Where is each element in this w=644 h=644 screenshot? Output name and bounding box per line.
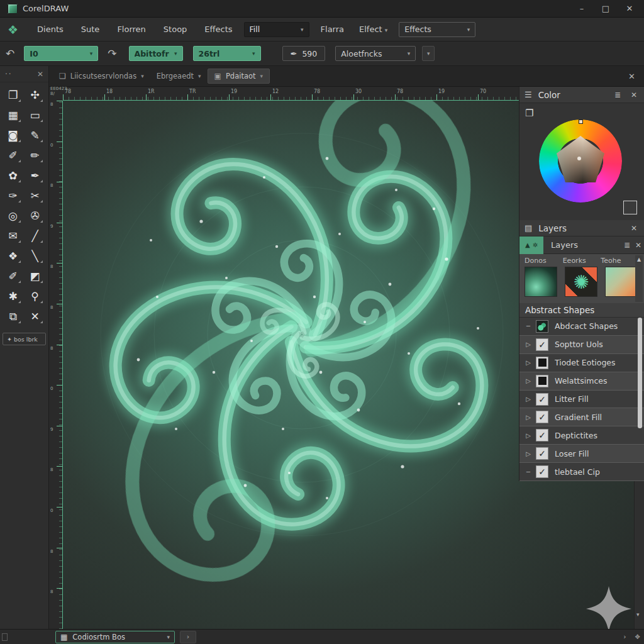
menu-item[interactable]: Stoop: [156, 21, 195, 37]
layer-expander-icon[interactable]: ▷: [523, 377, 533, 384]
presets-scrollbar[interactable]: ▲: [635, 255, 643, 302]
color-wheel-triangle[interactable]: [539, 119, 622, 203]
pen-tool[interactable]: ✎: [25, 125, 45, 145]
layer-visibility-checkbox[interactable]: ✓: [536, 338, 548, 351]
layer-row[interactable]: ▷ ✓ Gradient Fill: [519, 408, 644, 426]
shape-edit-tool[interactable]: ▦: [3, 105, 23, 125]
crop-tool[interactable]: ▭: [25, 105, 45, 125]
more-options-dropdown[interactable]: ▾: [422, 46, 435, 61]
layer-visibility-checkbox[interactable]: ✓: [536, 411, 548, 423]
scroll-up-icon[interactable]: ▲: [637, 257, 641, 302]
scroll-down-icon[interactable]: ▾: [636, 611, 640, 618]
artistic-media-tool[interactable]: ◙: [3, 125, 23, 145]
layer-row[interactable]: ▷ Welattsimces: [519, 372, 644, 391]
history-dropdown[interactable]: I0 ▾: [24, 46, 98, 61]
undo-icon[interactable]: ↶: [0, 47, 20, 60]
marker-tool[interactable]: ✑: [3, 186, 23, 206]
shapes-tool[interactable]: ❖: [3, 246, 23, 266]
toolbox-footer-button[interactable]: ✦ bos lbrk: [3, 333, 46, 345]
redo-icon[interactable]: ↷: [102, 47, 122, 60]
palette-tool[interactable]: ✿: [3, 165, 23, 186]
layer-list-scrollbar-thumb[interactable]: [638, 318, 642, 428]
menu-item[interactable]: Florren: [109, 21, 153, 37]
interactive-fill-tool[interactable]: ✱: [3, 286, 23, 306]
layer-expander-icon[interactable]: ▷: [523, 432, 533, 439]
close-button[interactable]: ✕: [619, 1, 640, 16]
layer-expander-icon[interactable]: −: [523, 323, 533, 330]
drag-handle-icon[interactable]: ··: [5, 70, 13, 79]
layers-dock-close-icon[interactable]: ✕: [633, 241, 644, 250]
toolbox-close-icon[interactable]: ✕: [37, 70, 43, 79]
knife-tool[interactable]: ✂: [25, 186, 45, 206]
vertical-ruler[interactable]: 8089888098088: [49, 101, 63, 629]
layer-visibility-checkbox[interactable]: [536, 357, 548, 369]
maximize-button[interactable]: □: [595, 1, 616, 16]
bezier-tool[interactable]: ✐: [3, 145, 23, 165]
pick-tool[interactable]: ❐: [3, 85, 23, 105]
presets-dropdown[interactable]: Aloetfncks ▾: [335, 46, 416, 61]
zoom-tool[interactable]: ⚲: [25, 286, 45, 306]
swatches-icon[interactable]: ❐: [525, 108, 533, 119]
table-tool[interactable]: ⧉: [3, 306, 23, 326]
minimize-button[interactable]: –: [571, 1, 592, 16]
stroke-width-field[interactable]: ✒ 590: [282, 46, 326, 61]
transform-tool[interactable]: ✣: [25, 85, 45, 105]
document-tab-1[interactable]: ❏ Liicsutsesrvlondas ▾: [53, 69, 150, 84]
color-panel-close-icon[interactable]: ✕: [629, 91, 639, 99]
preset-thumbnail-3[interactable]: [605, 267, 638, 297]
list-view-icon[interactable]: ≣: [613, 91, 623, 99]
scroll-right-icon[interactable]: ›: [623, 633, 626, 641]
layer-expander-icon[interactable]: ▷: [523, 396, 533, 402]
menu-icon[interactable]: ☰: [525, 90, 532, 99]
spray-tool[interactable]: ✇: [25, 206, 45, 226]
layer-expander-icon[interactable]: ▷: [523, 414, 533, 421]
layer-visibility-checkbox[interactable]: ✓: [536, 465, 548, 478]
line-tool[interactable]: ╱: [25, 226, 45, 246]
layer-expander-icon[interactable]: ▷: [523, 359, 533, 366]
layer-expander-icon[interactable]: ▷: [523, 450, 533, 457]
layer-row[interactable]: ▷ ✓ Sopttor Uols: [519, 336, 644, 354]
layer-visibility-checkbox[interactable]: [536, 320, 548, 333]
current-color-swatch[interactable]: [623, 201, 637, 214]
layer-visibility-checkbox[interactable]: ✓: [536, 447, 548, 460]
shapes-dropdown[interactable]: Abittofrems ▾: [129, 46, 183, 61]
layer-tree-button[interactable]: ▲ ✲: [519, 236, 543, 254]
pencil-tool[interactable]: ✐: [3, 266, 23, 286]
menu-item[interactable]: Effects: [197, 21, 240, 37]
list-view-icon[interactable]: ≣: [621, 241, 633, 250]
layer-row[interactable]: − Abdcact Shapes: [519, 318, 644, 336]
layer-row[interactable]: ▷ ✓ Loser Fill: [519, 445, 644, 463]
view-mode-dropdown[interactable]: ▦ Codiosrtm Bos ▾: [55, 631, 175, 643]
status-left-box[interactable]: [2, 633, 8, 641]
delete-tool[interactable]: ✕: [25, 306, 45, 326]
layer-expander-icon[interactable]: −: [523, 469, 533, 475]
layers-window-close-icon[interactable]: ✕: [629, 224, 639, 233]
vertical-scrollbar[interactable]: ▾: [634, 481, 644, 629]
units-dropdown[interactable]: 26trl ▾: [193, 46, 261, 61]
layer-row[interactable]: ▷ ✓ Litter Fill: [519, 391, 644, 409]
document-tab-3-active[interactable]: ▣ Pdaitaot ▾: [208, 69, 270, 84]
layer-row[interactable]: − ✓ tlebtael Cip: [519, 463, 644, 481]
next-page-button[interactable]: ›: [180, 631, 196, 643]
layer-expander-icon[interactable]: ▷: [523, 341, 533, 348]
freehand-tool[interactable]: ╲: [25, 246, 45, 266]
layer-visibility-checkbox[interactable]: ✓: [536, 393, 548, 406]
effects-dropdown[interactable]: Effects ▾: [399, 22, 475, 37]
menu-item-flarra[interactable]: Flarra: [313, 21, 352, 37]
document-tab-2[interactable]: Ebrgeaedt ▾: [150, 69, 208, 84]
menu-item[interactable]: Sute: [74, 21, 108, 37]
layer-row[interactable]: ▷ Tiodet Eotioges: [519, 354, 644, 372]
tabbar-close-icon[interactable]: ✕: [623, 72, 640, 81]
fill-tool[interactable]: ◩: [25, 266, 45, 286]
menu-item[interactable]: Dients: [30, 21, 71, 37]
menu-item-elfect[interactable]: Elfect ▾: [352, 21, 395, 37]
hue-marker[interactable]: [579, 119, 583, 124]
preset-thumbnail-2[interactable]: ✺: [565, 267, 597, 297]
fill-dropdown[interactable]: Fill ▾: [244, 22, 309, 37]
layer-visibility-checkbox[interactable]: ✓: [536, 429, 548, 441]
contour-tool[interactable]: ◎: [3, 206, 23, 226]
envelope-tool[interactable]: ✉: [3, 226, 23, 246]
brush-tool[interactable]: ✒: [25, 165, 45, 186]
preset-thumbnail-1[interactable]: [525, 267, 557, 297]
layer-visibility-checkbox[interactable]: [536, 375, 548, 387]
